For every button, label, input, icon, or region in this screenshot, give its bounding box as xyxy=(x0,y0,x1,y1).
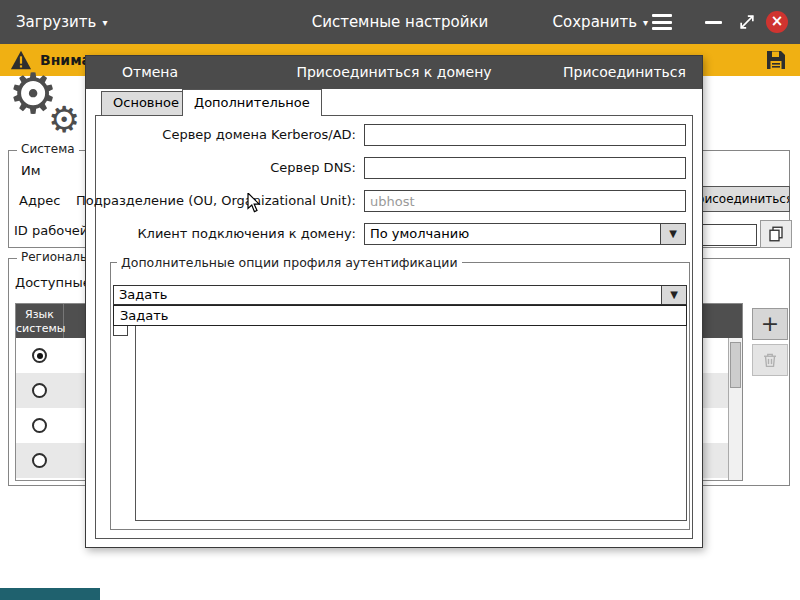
system-group-legend: Система xyxy=(17,142,79,156)
kerberos-server-label: Сервер домена Kerberos/AD: xyxy=(162,124,356,146)
table-scrollbar[interactable] xyxy=(728,338,742,480)
domain-client-combobox[interactable]: По умолчанию ▼ xyxy=(364,223,686,245)
taskbar-strip xyxy=(0,588,100,600)
auth-profile-dropdown-list: Задать xyxy=(113,305,687,326)
address-label: Адрес xyxy=(19,193,60,208)
dropdown-item[interactable]: Задать xyxy=(114,306,686,325)
save-menu-button[interactable]: Сохранить▾ xyxy=(553,0,648,45)
app-title: Системные настройки xyxy=(0,0,800,44)
copy-icon xyxy=(767,225,785,243)
auth-profile-combobox[interactable]: Задать ▼ xyxy=(113,285,687,305)
system-language-column-header: Язык системы xyxy=(16,304,64,338)
save-file-icon[interactable] xyxy=(764,48,788,72)
ou-label: Подразделение (OU, Organizational Unit): xyxy=(76,190,356,212)
scrollbar-thumb[interactable] xyxy=(730,342,741,388)
titlebar: Загрузить▾ Системные настройки Сохранить… xyxy=(0,0,800,44)
trash-icon xyxy=(761,351,779,369)
expand-button[interactable] xyxy=(737,12,757,32)
auth-profile-value: Задать xyxy=(114,286,661,304)
screen: Загрузить▾ Системные настройки Сохранить… xyxy=(0,0,800,600)
tab-advanced[interactable]: Дополнительное xyxy=(182,89,322,116)
minimize-button[interactable] xyxy=(705,21,722,24)
chevron-down-icon: ▼ xyxy=(669,228,677,239)
workgroup-id-label: ID рабочей xyxy=(14,223,88,238)
dns-server-label: Сервер DNS: xyxy=(270,157,356,179)
dialog-join-button[interactable]: Присоединиться xyxy=(563,56,686,89)
tab-basic[interactable]: Основное xyxy=(101,91,191,115)
caret-down-icon: ▾ xyxy=(102,17,107,28)
close-icon: × xyxy=(771,12,784,30)
auth-options-group: Дополнительные опции профиля аутентифика… xyxy=(110,262,690,530)
combo-dropdown-button[interactable]: ▼ xyxy=(660,224,685,244)
add-language-button[interactable]: + xyxy=(752,308,788,340)
save-menu-label: Сохранить xyxy=(553,13,637,31)
delete-language-button[interactable] xyxy=(752,344,788,376)
computer-name-label: Им xyxy=(21,163,41,178)
caret-down-icon: ▾ xyxy=(643,17,648,28)
menu-button[interactable] xyxy=(652,14,672,30)
domain-client-label: Клиент подключения к домену: xyxy=(137,223,356,245)
language-radio[interactable] xyxy=(32,383,47,398)
load-menu-button[interactable]: Загрузить▾ xyxy=(16,0,107,45)
copy-button[interactable] xyxy=(760,220,792,248)
load-menu-label: Загрузить xyxy=(16,13,96,31)
language-radio[interactable] xyxy=(32,348,47,363)
kerberos-server-input[interactable] xyxy=(364,124,686,146)
dns-server-input[interactable] xyxy=(364,157,686,179)
join-domain-dialog: Отмена Присоединиться к домену Присоедин… xyxy=(85,55,703,548)
chevron-down-icon: ▼ xyxy=(670,289,678,300)
combo-dropdown-button[interactable]: ▼ xyxy=(661,286,686,304)
join-domain-button[interactable]: рисоединиться xyxy=(700,186,790,212)
advanced-tab-panel: Сервер домена Kerberos/AD: Сервер DNS: П… xyxy=(95,115,693,539)
language-radio[interactable] xyxy=(32,453,47,468)
dialog-header: Отмена Присоединиться к домену Присоедин… xyxy=(86,56,702,89)
language-radio[interactable] xyxy=(32,418,47,433)
auth-options-legend: Дополнительные опции профиля аутентифика… xyxy=(117,255,462,270)
gear-icon-small: ⚙ xyxy=(48,102,80,138)
domain-client-value: По умолчанию xyxy=(365,224,660,244)
cancel-button[interactable]: Отмена xyxy=(122,56,178,89)
auth-options-listbox[interactable] xyxy=(135,323,687,521)
ou-input[interactable] xyxy=(364,190,686,212)
close-button[interactable]: × xyxy=(766,11,788,33)
